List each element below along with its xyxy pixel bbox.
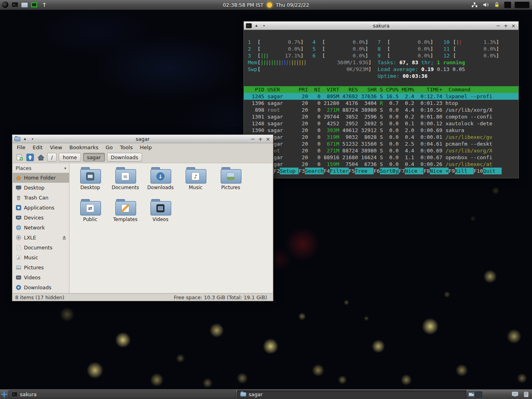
sidebar-item-documents[interactable]: Documents: [13, 243, 69, 253]
sidebar-item-lxle-volume[interactable]: LXLE: [13, 233, 69, 243]
menu-bookmarks[interactable]: Bookmarks: [66, 144, 102, 150]
terminal-launcher-icon[interactable]: >_: [12, 2, 18, 8]
terminal-titlebar[interactable]: >_ ▲ • sakura − + ×: [244, 22, 518, 30]
maximize-button[interactable]: +: [503, 22, 509, 30]
fkey-label[interactable]: Quit: [483, 168, 502, 174]
folder-desktop[interactable]: Desktop: [73, 166, 108, 197]
menu-tools[interactable]: Tools: [116, 144, 136, 150]
path-button-downloads[interactable]: Downloads: [107, 153, 142, 162]
sidebar-item-trash-can[interactable]: Trash Can: [13, 193, 69, 203]
go-up-icon[interactable]: [26, 153, 34, 162]
folder-documents[interactable]: Documents: [108, 166, 143, 197]
fkey-label[interactable]: Nice +: [430, 168, 449, 174]
process-row[interactable]: sagar 20 0 159M 7504 6736 S 0.0 0.4 0:00…: [244, 161, 518, 168]
process-row[interactable]: root 20 0 271M 88724 38980 S 0.0 4.4 0:0…: [244, 147, 518, 154]
tray-app-window[interactable]: [504, 2, 511, 8]
process-row[interactable]: 1301 sagar 20 0 29744 3852 2596 S 0.0 0.…: [244, 113, 518, 120]
icon-view[interactable]: Desktop Documents Downloads Music Pictur…: [69, 163, 273, 293]
show-desktop-icon[interactable]: ↑: [40, 1, 48, 9]
sidebar-item-music[interactable]: Music: [13, 253, 69, 263]
file-manager-titlebar[interactable]: ▲ • sagar − + ×: [12, 135, 273, 143]
process-row[interactable]: 1245 sagar 20 0 895M 47692 37636 S 16.5 …: [244, 93, 518, 100]
folder-pictures[interactable]: Pictures: [213, 166, 248, 197]
fkey-f9[interactable]: F9: [449, 168, 455, 174]
close-button[interactable]: ×: [510, 22, 516, 30]
places-header[interactable]: Places ▾: [13, 163, 69, 173]
folder-public[interactable]: Public: [73, 198, 108, 229]
folder-templates[interactable]: Templates: [108, 198, 143, 229]
sidebar-item-pictures[interactable]: Pictures: [13, 263, 69, 273]
workspace-2[interactable]: [475, 391, 483, 397]
home-icon[interactable]: [36, 153, 45, 162]
fkey-f5[interactable]: F5: [349, 168, 355, 174]
close-button[interactable]: ×: [265, 135, 271, 143]
sidebar-item-devices[interactable]: Devices: [13, 213, 69, 223]
fkey-f3[interactable]: F3: [299, 168, 305, 174]
fkey-f8[interactable]: F8: [423, 168, 430, 174]
clipboard-tool-icon[interactable]: [522, 391, 530, 398]
fkey-label[interactable]: Filter: [330, 168, 349, 174]
folder-music[interactable]: Music: [178, 166, 213, 197]
fkey-f7[interactable]: F7: [399, 168, 405, 174]
process-row[interactable]: 898 root 20 0 271M 88724 38980 S 0.0 4.4…: [244, 107, 518, 113]
process-row[interactable]: 1390 sagar 20 0 393M 40612 32912 S 0.0 2…: [244, 127, 518, 134]
fkey-f2[interactable]: F2: [274, 168, 280, 174]
weather-sun-icon[interactable]: [267, 2, 272, 8]
green-terminal-launcher-icon[interactable]: [31, 2, 38, 8]
sticky-button[interactable]: •: [30, 135, 36, 143]
file-manager-launcher-icon[interactable]: [21, 2, 28, 8]
menu-file[interactable]: File: [13, 144, 29, 150]
fkey-label[interactable]: Nice -: [405, 168, 423, 174]
fkey-label[interactable]: Tree: [355, 168, 374, 174]
volume-icon[interactable]: [482, 1, 490, 9]
fkey-label[interactable]: Setup: [280, 168, 299, 174]
shade-button[interactable]: ▲: [253, 22, 259, 30]
launcher-plus-icon[interactable]: [1, 391, 7, 397]
sidebar-item-videos[interactable]: Videos: [13, 273, 69, 282]
workspace-1[interactable]: [468, 391, 475, 397]
fkey-f10[interactable]: F10: [474, 168, 483, 174]
menu-help[interactable]: Help: [136, 144, 156, 150]
sidebar-item-downloads[interactable]: Downloads: [13, 282, 69, 292]
process-row[interactable]: sagar 20 0 319M 9032 8028 S 0.0 0.4 0:00…: [244, 134, 518, 140]
menu-view[interactable]: View: [46, 144, 66, 150]
process-row[interactable]: sagar 20 0 671M 51232 31560 S 0.0 2.5 0:…: [244, 140, 518, 147]
process-table-header[interactable]: PID USER PRI NI VIRT RES SHR S CPU% MEM%…: [244, 86, 518, 93]
sidebar-item-applications[interactable]: Applications: [13, 203, 69, 213]
sticky-button[interactable]: •: [261, 22, 267, 30]
folder-videos[interactable]: Videos: [143, 198, 178, 229]
network-icon[interactable]: [471, 1, 479, 9]
fkey-f4[interactable]: F4: [324, 168, 330, 174]
tray-monitor-window[interactable]: [514, 2, 530, 8]
sidebar-item-label: Desktop: [24, 185, 45, 191]
path-button-home[interactable]: home: [59, 153, 81, 162]
taskbar-button-sakura[interactable]: >_ sakura: [8, 390, 236, 399]
fkey-label[interactable]: SortBy: [380, 168, 399, 174]
process-row[interactable]: sagar 20 0 88916 21680 16624 S 0.0 1.1 0…: [244, 154, 518, 161]
lxle-menu-icon[interactable]: [2, 1, 9, 8]
screen-tool-icon[interactable]: [511, 391, 519, 398]
path-button-sagar[interactable]: sagar: [83, 153, 105, 162]
fkey-f6[interactable]: F6: [374, 168, 380, 174]
process-row[interactable]: 1396 sagar 20 0 21280 4176 3404 R 0.7 0.…: [244, 100, 518, 107]
lock-icon[interactable]: [493, 1, 501, 9]
process-row[interactable]: 1248 sagar 20 0 4252 2952 2692 S 0.0 0.1…: [244, 120, 518, 127]
sidebar-item-home-folder[interactable]: Home Folder: [13, 173, 69, 183]
sidebar-item-network[interactable]: Network: [13, 223, 69, 233]
fkey-label[interactable]: Search: [305, 168, 324, 174]
minimize-button[interactable]: −: [495, 22, 501, 30]
terminal-content[interactable]: 1[0.7%]4[0.0%]7[0.0%]10[||1.3%]2[0.0%]5[…: [244, 30, 518, 178]
shade-button[interactable]: ▲: [22, 135, 28, 143]
folder-downloads[interactable]: Downloads: [143, 166, 178, 197]
workspace-pager[interactable]: [468, 391, 482, 397]
fkey-label[interactable]: Kill: [455, 168, 474, 174]
new-tab-icon[interactable]: [15, 153, 24, 162]
maximize-button[interactable]: +: [257, 135, 263, 143]
menu-go[interactable]: Go: [102, 144, 116, 150]
menu-edit[interactable]: Edit: [29, 144, 46, 150]
minimize-button[interactable]: −: [250, 135, 256, 143]
path-button-root[interactable]: /: [47, 153, 57, 162]
taskbar-button-sagar[interactable]: sagar: [237, 390, 467, 399]
eject-icon[interactable]: [62, 236, 66, 239]
sidebar-item-desktop[interactable]: Desktop: [13, 183, 69, 193]
